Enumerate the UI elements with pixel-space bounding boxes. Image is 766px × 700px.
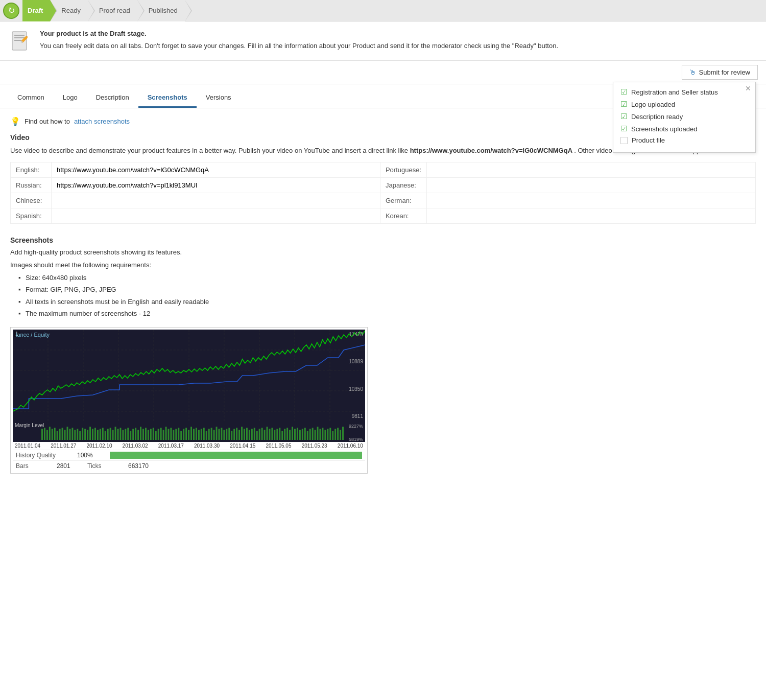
svg-rect-133 (327, 429, 328, 440)
svg-rect-70 (168, 429, 170, 440)
svg-rect-27 (59, 429, 61, 440)
margin-y-label-2: 5819% (349, 437, 363, 442)
svg-rect-51 (119, 428, 121, 440)
svg-rect-63 (150, 429, 152, 440)
ticks-label: Ticks (87, 462, 128, 470)
svg-rect-114 (279, 428, 280, 440)
bars-value: 2801 (57, 462, 87, 470)
svg-rect-72 (173, 430, 174, 440)
spanish-video-input[interactable] (57, 212, 375, 220)
svg-rect-115 (281, 431, 283, 440)
svg-rect-73 (175, 429, 177, 440)
tab-logo[interactable]: Logo (54, 88, 87, 108)
check-logo-icon: ☑ (620, 100, 627, 109)
svg-rect-24 (52, 429, 53, 440)
step-proofread[interactable]: Proof read (88, 0, 137, 21)
info-text: Your product is at the Draft stage. You … (40, 29, 758, 53)
svg-rect-28 (62, 428, 63, 440)
svg-rect-136 (334, 429, 336, 440)
german-video-input[interactable] (432, 197, 750, 204)
portuguese-video-input[interactable] (432, 166, 750, 174)
russian-video-input[interactable] (57, 181, 375, 189)
svg-rect-135 (332, 431, 333, 440)
svg-rect-54 (127, 428, 129, 440)
svg-rect-71 (170, 428, 172, 440)
tab-screenshots[interactable]: Screenshots (138, 88, 197, 108)
submit-btn-area: 🖱 Submit for review (0, 61, 766, 84)
svg-rect-3 (14, 40, 21, 41)
svg-rect-25 (54, 428, 56, 440)
x-label: 2011.06.10 (338, 443, 363, 449)
main-content: Your product is at the Draft stage. You … (0, 21, 766, 700)
svg-rect-92 (223, 430, 225, 440)
submit-review-button[interactable]: 🖱 Submit for review (682, 65, 758, 80)
screenshots-title: Screenshots (10, 236, 756, 244)
svg-rect-93 (226, 429, 227, 440)
tab-versions[interactable]: Versions (197, 88, 241, 108)
svg-rect-75 (180, 431, 182, 440)
svg-rect-59 (140, 427, 141, 440)
svg-rect-105 (256, 431, 258, 440)
svg-rect-79 (190, 427, 192, 440)
svg-rect-87 (211, 428, 212, 440)
korean-video-input[interactable] (432, 212, 750, 220)
svg-rect-42 (97, 430, 99, 440)
svg-rect-119 (292, 427, 293, 440)
refresh-button[interactable]: ↻ (3, 3, 19, 19)
margin-y-label-1: 9227% (349, 424, 363, 429)
attach-screenshots-link[interactable]: attach screenshots (74, 118, 130, 125)
step-draft[interactable]: Draft (22, 0, 50, 21)
svg-rect-45 (105, 431, 106, 440)
content-area: 💡 Find out how to attach screenshots Vid… (0, 108, 766, 482)
svg-rect-1 (14, 35, 25, 36)
svg-rect-83 (201, 429, 202, 440)
svg-rect-43 (100, 429, 101, 440)
svg-rect-56 (132, 429, 134, 440)
workflow-bar: ↻ Draft Ready Proof read Published (0, 0, 766, 21)
english-video-input[interactable] (57, 166, 375, 174)
svg-rect-41 (94, 428, 96, 440)
svg-rect-38 (87, 430, 88, 440)
svg-rect-96 (233, 429, 235, 440)
svg-rect-35 (79, 431, 81, 440)
chinese-video-input[interactable] (57, 197, 375, 204)
y-label-1: 11428 (349, 332, 363, 337)
youtube-link[interactable]: https://www.youtube.com/watch?v=lG0cWCNM… (410, 147, 574, 154)
chinese-input-cell (52, 193, 380, 208)
german-input-cell (427, 193, 756, 208)
screenshots-desc: Add high-quality product screenshots sho… (10, 248, 756, 256)
japanese-video-input[interactable] (432, 181, 750, 189)
checklist-item-product-file: Product file (620, 136, 748, 144)
portuguese-input-cell (427, 162, 756, 177)
refresh-icon: ↻ (8, 6, 15, 15)
tab-description[interactable]: Description (87, 88, 138, 108)
x-label: 2011.03.17 (158, 443, 184, 449)
svg-rect-57 (135, 428, 136, 440)
bars-ticks-row: Bars 2801 Ticks 663170 (13, 460, 365, 471)
svg-rect-139 (342, 427, 344, 440)
workflow-steps: Draft Ready Proof read Published (22, 0, 185, 21)
svg-rect-131 (322, 428, 323, 440)
list-item: Format: GIF, PNG, JPG, JPEG (18, 285, 756, 295)
svg-rect-65 (155, 431, 157, 440)
svg-rect-48 (112, 430, 114, 440)
svg-rect-55 (130, 431, 131, 440)
checklist-item-registration: ☑ Registration and Seller status (620, 87, 748, 97)
svg-rect-107 (261, 428, 263, 440)
close-checklist-button[interactable]: ✕ (745, 84, 751, 92)
svg-rect-31 (69, 429, 70, 440)
svg-rect-99 (241, 427, 243, 440)
svg-rect-21 (44, 428, 45, 440)
svg-rect-37 (84, 429, 86, 440)
korean-label: Korean: (380, 208, 426, 223)
svg-rect-104 (254, 428, 255, 440)
tab-common[interactable]: Common (8, 88, 54, 108)
svg-rect-39 (89, 427, 91, 440)
russian-label: Russian: (11, 177, 52, 193)
chart-inner: 1 lance / Equity 11428 10889 10350 9811 (13, 330, 365, 422)
x-label: 2011.05.23 (302, 443, 327, 449)
svg-rect-97 (236, 428, 237, 440)
korean-input-cell (427, 208, 756, 223)
history-quality-label: History Quality (16, 452, 77, 459)
x-label: 2011.01.27 (51, 443, 76, 449)
